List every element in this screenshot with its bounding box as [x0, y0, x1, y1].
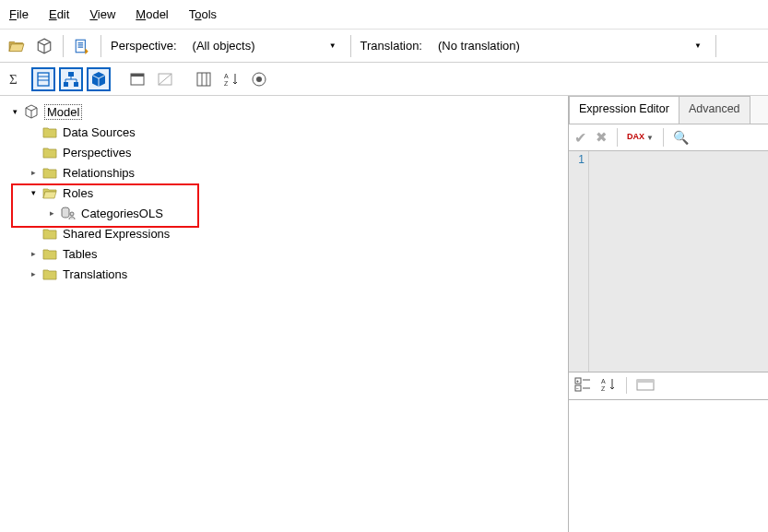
tree-pane: ▾ Model Data Sources Perspectives — [0, 96, 568, 532]
pages-icon — [636, 378, 655, 391]
sigma-icon: Σ — [7, 71, 24, 88]
search-button[interactable]: 🔍 — [673, 130, 689, 145]
folder-icon — [42, 246, 59, 261]
svg-text:Σ: Σ — [9, 72, 18, 87]
folder-open-icon — [42, 185, 59, 200]
svg-rect-5 — [68, 72, 74, 77]
property-toolbar: +− AZ — [569, 372, 768, 400]
accept-button[interactable]: ✔ — [574, 129, 586, 147]
property-pages-button[interactable] — [636, 378, 655, 394]
folder-icon — [42, 165, 59, 180]
hidden-icon — [157, 71, 173, 88]
list-view-button[interactable] — [31, 67, 55, 91]
translation-value: (No translation) — [438, 39, 520, 53]
list-icon — [35, 71, 52, 88]
toolbar-separator — [350, 35, 351, 57]
menu-file[interactable]: File — [9, 7, 29, 21]
svg-rect-6 — [64, 82, 68, 87]
open-folder-button[interactable] — [6, 35, 28, 57]
svg-text:Z: Z — [601, 385, 606, 392]
tree-item-relationships[interactable]: ▸ Relationships — [4, 162, 564, 183]
tree-view-button[interactable] — [59, 67, 83, 91]
measures-view-button[interactable]: Σ — [4, 67, 28, 91]
display-folders-button[interactable] — [125, 67, 149, 91]
expander-icon[interactable]: ▸ — [28, 249, 39, 258]
svg-text:−: − — [576, 385, 579, 391]
svg-rect-2 — [38, 73, 49, 86]
sort-az-button[interactable]: AZ — [219, 67, 243, 91]
folder-icon — [42, 266, 59, 281]
svg-rect-7 — [74, 82, 78, 87]
tab-advanced[interactable]: Advanced — [679, 96, 750, 124]
alphabetical-button[interactable]: AZ — [600, 377, 617, 395]
menu-edit[interactable]: Edit — [49, 7, 69, 21]
folder-icon — [42, 226, 59, 241]
deploy-button[interactable] — [33, 35, 55, 57]
expression-editor-area[interactable]: 1 — [569, 151, 768, 372]
chevron-down-icon: ▼ — [329, 41, 337, 50]
role-icon — [61, 206, 77, 220]
tree-item-tables[interactable]: ▸ Tables — [4, 243, 564, 264]
expander-icon[interactable]: ▸ — [28, 269, 39, 278]
tree-label: Data Sources — [63, 125, 136, 139]
open-folder-icon — [8, 38, 25, 54]
dax-dropdown[interactable]: DAX ▼ — [627, 134, 654, 142]
model-tree[interactable]: ▾ Model Data Sources Perspectives — [4, 101, 564, 284]
script-icon — [74, 38, 90, 54]
toolbar-separator — [100, 35, 101, 57]
property-grid[interactable] — [569, 400, 768, 532]
tree-root-model[interactable]: ▾ Model — [4, 101, 564, 122]
separator — [617, 128, 618, 147]
expander-icon[interactable]: ▸ — [28, 168, 39, 177]
svg-rect-30 — [637, 380, 654, 383]
expander-icon[interactable]: ▾ — [9, 107, 20, 116]
categorized-icon: +− — [574, 377, 591, 392]
expression-toolbar: ✔ ✖ DAX ▼ 🔍 — [569, 124, 768, 151]
expander-icon[interactable]: ▾ — [28, 188, 39, 197]
categorized-button[interactable]: +− — [574, 377, 591, 395]
tree-item-data-sources[interactable]: Data Sources — [4, 122, 564, 142]
cancel-button[interactable]: ✖ — [596, 129, 608, 146]
tree-label: Perspectives — [63, 146, 131, 160]
folder-icon — [42, 124, 59, 139]
show-button[interactable] — [247, 67, 271, 91]
menu-view[interactable]: View — [89, 7, 115, 21]
tree-label: Model — [44, 104, 82, 120]
translation-combo[interactable]: (No translation) ▼ — [431, 35, 708, 57]
menu-tools[interactable]: Tools — [189, 7, 217, 21]
hidden-objects-button[interactable] — [153, 67, 177, 91]
tree-label: CategoriesOLS — [81, 207, 163, 220]
script-button[interactable] — [71, 35, 93, 57]
eye-icon — [251, 71, 267, 88]
dax-icon: DAX — [627, 134, 644, 140]
all-objects-button[interactable] — [87, 67, 111, 91]
cube-icon — [36, 38, 53, 54]
svg-line-11 — [159, 74, 171, 85]
menu-model[interactable]: Model — [136, 7, 168, 21]
perspective-combo[interactable]: (All objects) ▼ — [186, 35, 343, 57]
svg-rect-12 — [197, 73, 210, 86]
tree-label: Shared Expressions — [63, 227, 170, 241]
tree-item-translations[interactable]: ▸ Translations — [4, 264, 564, 284]
expander-icon[interactable]: ▸ — [46, 208, 57, 218]
tree-label: Relationships — [63, 166, 135, 180]
tree-label: Translations — [63, 267, 127, 281]
tree-item-shared-expressions[interactable]: Shared Expressions — [4, 223, 564, 243]
svg-rect-9 — [131, 74, 144, 77]
tree-item-categoriesols[interactable]: ▸ CategoriesOLS — [4, 203, 564, 223]
main-toolbar: Perspective: (All objects) ▼ Translation… — [0, 30, 768, 63]
tab-expression-editor[interactable]: Expression Editor — [569, 96, 679, 124]
main-area: ▾ Model Data Sources Perspectives — [0, 96, 768, 532]
tree-item-perspectives[interactable]: Perspectives — [4, 142, 564, 162]
view-toolbar: Σ AZ — [0, 63, 768, 96]
columns-button[interactable] — [192, 67, 216, 91]
perspective-value: (All objects) — [193, 39, 255, 53]
tree-item-roles[interactable]: ▾ Roles — [4, 183, 564, 203]
translation-label: Translation: — [360, 39, 422, 53]
editor-text-area[interactable] — [589, 151, 768, 372]
folder-icon — [42, 145, 59, 160]
svg-text:A: A — [601, 378, 606, 384]
editor-gutter: 1 — [569, 151, 589, 372]
toolbar-separator — [715, 35, 716, 57]
columns-icon — [195, 71, 212, 88]
